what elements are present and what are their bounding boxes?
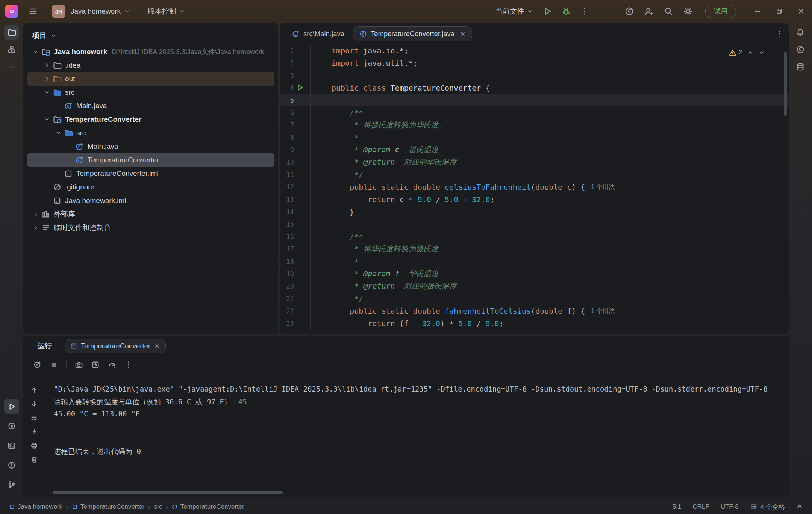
editor-tab[interactable]: C src\Main.java	[286, 26, 351, 41]
tool-stripe-run-play-button[interactable]	[4, 399, 19, 414]
gutter[interactable]: 1	[280, 44, 311, 57]
gutter[interactable]: 11	[280, 168, 311, 181]
gutter[interactable]: 17	[280, 243, 311, 255]
rerun-icon[interactable]	[33, 361, 41, 369]
close-icon[interactable]	[154, 343, 160, 349]
encoding-widget[interactable]: UTF-8	[721, 503, 739, 511]
tool-stripe-project-folder-button[interactable]	[4, 25, 19, 40]
tree-row[interactable]: Java homework D:\IntelliJ IDEA 2025.3.3\…	[27, 45, 274, 59]
breadcrumb-item[interactable]: src	[154, 503, 162, 511]
tree-row[interactable]: C TemperatureConverter	[27, 153, 274, 167]
tree-row[interactable]: 临时文件和控制台	[27, 221, 274, 234]
gutter[interactable]: 18	[280, 255, 311, 268]
tool-stripe-database-button[interactable]	[793, 59, 808, 74]
gutter[interactable]: 2	[280, 57, 311, 69]
debug-button[interactable]	[562, 7, 571, 16]
tree-row[interactable]: out	[27, 72, 274, 86]
gutter[interactable]: 23	[280, 317, 311, 330]
tree-row[interactable]: Java homework.iml	[27, 194, 274, 207]
gutter[interactable]: 8	[280, 131, 311, 144]
ai-assistant-icon[interactable]	[625, 7, 634, 16]
chevron-down-icon[interactable]	[41, 89, 53, 95]
line-separator-widget[interactable]: CRLF	[692, 503, 709, 511]
gutter[interactable]: 4	[280, 82, 311, 94]
editor-options-icon[interactable]	[776, 30, 783, 38]
run-button[interactable]	[543, 7, 552, 16]
chevron-right-icon[interactable]	[41, 62, 53, 68]
tree-row[interactable]: .gitignore	[27, 180, 274, 194]
gauge-icon[interactable]	[108, 361, 116, 369]
gutter[interactable]: 14	[280, 206, 311, 218]
console-horizontal-scrollbar[interactable]	[53, 491, 283, 494]
gutter[interactable]: 13	[280, 193, 311, 206]
search-icon[interactable]	[664, 7, 673, 16]
tool-stripe-ai-assistant-button[interactable]	[793, 42, 808, 57]
tree-row[interactable]: C Main.java	[27, 140, 274, 153]
tree-row[interactable]: src	[27, 86, 274, 99]
editor-tab[interactable]: C TemperatureConverter.java	[353, 26, 472, 41]
usage-inlay-hint[interactable]: 1 个用法	[591, 307, 615, 315]
trial-badge[interactable]: 试用	[705, 5, 736, 18]
lock-icon[interactable]	[796, 503, 803, 510]
gutter[interactable]: 19	[280, 268, 311, 280]
tool-stripe-commit-boxes-button[interactable]	[4, 42, 19, 57]
vcs-menu[interactable]: 版本控制	[148, 6, 185, 16]
gutter[interactable]: 22	[280, 305, 311, 317]
breadcrumb-item[interactable]: TemperatureConverter	[72, 503, 144, 511]
breadcrumb-item[interactable]: CTemperatureConverter	[172, 503, 244, 511]
main-menu-icon[interactable]	[29, 7, 38, 16]
usage-inlay-hint[interactable]: 1 个用法	[591, 183, 615, 191]
close-button[interactable]	[790, 0, 812, 23]
tree-row[interactable]: .idea	[27, 59, 274, 72]
arrow-down-icon[interactable]	[30, 400, 38, 408]
breadcrumb-item[interactable]: Java homework	[9, 503, 62, 511]
run-tab[interactable]: TemperatureConverter	[65, 339, 166, 353]
tree-row[interactable]: 外部库	[27, 207, 274, 221]
gutter[interactable]: 16	[280, 230, 311, 243]
chevron-down-icon[interactable]	[41, 116, 53, 122]
open-into-icon[interactable]	[91, 361, 100, 369]
tree-row[interactable]: C Main.java	[27, 99, 274, 113]
gutter[interactable]: 5	[280, 94, 311, 106]
arrow-up-icon[interactable]	[30, 386, 38, 394]
gutter[interactable]: 21	[280, 292, 311, 305]
indent-widget[interactable]: 4 个空格	[750, 503, 785, 511]
caret-position-widget[interactable]: 5:1	[673, 503, 682, 511]
more-run-options-icon[interactable]	[580, 7, 589, 15]
tool-stripe-problems-button[interactable]	[4, 458, 19, 473]
gutter[interactable]: 3	[280, 69, 311, 82]
restore-button[interactable]	[768, 0, 790, 23]
chevron-right-icon[interactable]	[30, 225, 41, 231]
gutter[interactable]: 7	[280, 119, 311, 131]
gutter[interactable]: 15	[280, 218, 311, 230]
camera-dump-icon[interactable]	[75, 361, 83, 369]
kebab-icon[interactable]	[124, 361, 133, 369]
chevron-down-icon[interactable]	[30, 49, 41, 55]
chevron-down-icon[interactable]	[50, 33, 56, 39]
project-avatar[interactable]: JH	[52, 5, 65, 18]
soft-wrap-icon[interactable]	[30, 414, 38, 422]
printer-icon[interactable]	[30, 442, 38, 449]
gutter[interactable]: 6	[280, 106, 311, 119]
tool-stripe-services-button[interactable]	[4, 419, 19, 434]
console-output[interactable]: "D:\Java JDK25\bin\java.exe" "-javaagent…	[45, 379, 786, 490]
close-icon[interactable]	[460, 31, 466, 37]
minimize-button[interactable]	[747, 0, 768, 23]
chevron-down-icon[interactable]	[53, 130, 64, 136]
code-editor[interactable]: 1 import java.io.*; 2 import java.util.*…	[280, 44, 789, 334]
stop-icon[interactable]	[50, 361, 58, 369]
next-problem-icon[interactable]	[759, 50, 765, 56]
prev-problem-icon[interactable]	[747, 50, 753, 56]
settings-gear-icon[interactable]	[683, 7, 692, 16]
tree-row[interactable]: TemperatureConverter	[27, 113, 274, 126]
chevron-right-icon[interactable]	[41, 76, 53, 82]
add-user-icon[interactable]	[644, 7, 653, 16]
tree-row[interactable]: src	[27, 126, 274, 140]
scroll-end-icon[interactable]	[30, 428, 38, 435]
run-configuration-selector[interactable]: 当前文件	[495, 6, 533, 16]
tool-stripe-terminal-button[interactable]	[4, 438, 19, 453]
gutter[interactable]: 12	[280, 181, 311, 193]
gutter[interactable]: 20	[280, 280, 311, 292]
trash-icon[interactable]	[30, 456, 38, 463]
project-selector[interactable]: Java homework	[71, 7, 130, 15]
